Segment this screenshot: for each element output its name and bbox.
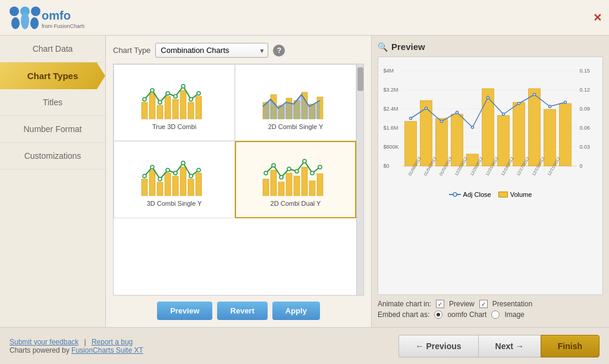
presentation-checkbox-label: Presentation bbox=[492, 300, 532, 308]
next-button[interactable]: Next → bbox=[478, 335, 541, 357]
logo: omfo from FusionCharts bbox=[7, 3, 84, 33]
preview-title: 🔍 Preview bbox=[378, 42, 603, 52]
finish-button[interactable]: Finish bbox=[541, 335, 599, 357]
svg-rect-88 bbox=[482, 89, 494, 166]
chart-item-2d-combi-single-y[interactable]: 2D Combi Single Y bbox=[235, 64, 356, 141]
previous-button[interactable]: ← Previous bbox=[398, 335, 478, 357]
chart-type-select[interactable]: Combination Charts bbox=[155, 43, 268, 58]
svg-rect-93 bbox=[560, 103, 572, 166]
main-area: Chart Data Chart Types Titles Number For… bbox=[0, 36, 609, 327]
svg-rect-36 bbox=[165, 173, 171, 196]
chart-grid: True 3D Combi bbox=[114, 64, 356, 295]
preview-title-text: Preview bbox=[391, 42, 425, 52]
chart-type-row: Chart Type Combination Charts ▼ ? bbox=[113, 43, 364, 58]
bug-link[interactable]: Report a bug bbox=[92, 338, 133, 346]
sidebar-item-customizations[interactable]: Customizations bbox=[0, 143, 105, 170]
svg-text:0.12: 0.12 bbox=[580, 87, 591, 93]
presentation-checkbox[interactable]: ✓ bbox=[479, 300, 488, 308]
help-button[interactable]: ? bbox=[273, 45, 285, 57]
bottom-buttons: Preview Revert Apply bbox=[113, 302, 364, 320]
feedback-link[interactable]: Submit your feedback bbox=[10, 338, 79, 346]
chart-thumb-svg-3d-single bbox=[139, 152, 210, 200]
svg-text:$0: $0 bbox=[384, 163, 390, 169]
svg-rect-91 bbox=[529, 89, 541, 166]
svg-point-95 bbox=[425, 107, 428, 109]
sidebar: Chart Data Chart Types Titles Number For… bbox=[0, 36, 106, 327]
volume-legend-label: Volume bbox=[510, 191, 532, 198]
sidebar-item-number-format[interactable]: Number Format bbox=[0, 116, 105, 143]
oomfo-radio-label: oomfo Chart bbox=[447, 310, 486, 319]
svg-rect-33 bbox=[142, 179, 147, 196]
chart-item-3d-combi-single-y[interactable]: 3D Combi Single Y bbox=[114, 141, 235, 218]
chart-grid-wrapper: True 3D Combi bbox=[113, 64, 364, 296]
chart-thumb-svg-2d-single bbox=[260, 76, 331, 123]
svg-point-94 bbox=[410, 117, 412, 120]
svg-rect-53 bbox=[294, 176, 300, 196]
scrollbar[interactable] bbox=[356, 64, 363, 295]
svg-point-96 bbox=[441, 120, 443, 123]
svg-text:0.15: 0.15 bbox=[580, 68, 591, 74]
preview-checkbox-label: Preview bbox=[449, 300, 475, 308]
svg-rect-54 bbox=[302, 167, 307, 196]
revert-button[interactable]: Revert bbox=[217, 302, 267, 320]
svg-point-45 bbox=[174, 171, 177, 175]
footer: Submit your feedback | Report a bug Char… bbox=[0, 327, 609, 364]
svg-rect-92 bbox=[544, 109, 556, 166]
sidebar-item-chart-types[interactable]: Chart Types bbox=[0, 62, 105, 89]
legend-item-volume: Volume bbox=[498, 191, 532, 198]
svg-rect-52 bbox=[286, 173, 292, 196]
svg-point-44 bbox=[166, 168, 169, 172]
close-button[interactable]: ✕ bbox=[593, 11, 602, 24]
svg-rect-39 bbox=[188, 179, 194, 196]
svg-text:$800K: $800K bbox=[384, 144, 399, 150]
svg-rect-89 bbox=[498, 115, 510, 166]
oomfo-radio[interactable] bbox=[434, 310, 442, 319]
svg-text:$2.4M: $2.4M bbox=[384, 106, 398, 112]
chart-item-2d-combi-dual-y[interactable]: 2D Combi Dual Y bbox=[235, 141, 356, 218]
adj-close-legend-label: Adj Close bbox=[463, 191, 491, 198]
svg-point-97 bbox=[456, 111, 459, 114]
preview-options: Animate chart in: ✓ Preview ✓ Presentati… bbox=[378, 300, 603, 321]
svg-rect-14 bbox=[188, 102, 194, 119]
svg-rect-85 bbox=[436, 118, 448, 166]
svg-point-19 bbox=[166, 92, 169, 95]
preview-checkbox[interactable]: ✓ bbox=[436, 300, 444, 308]
svg-point-102 bbox=[533, 93, 536, 96]
image-radio-label: Image bbox=[504, 310, 524, 319]
chart-label-2d-combi-single-y: 2D Combi Single Y bbox=[268, 123, 324, 130]
svg-point-61 bbox=[295, 170, 299, 173]
svg-point-23 bbox=[197, 92, 200, 95]
animate-label: Animate chart in: bbox=[378, 300, 431, 308]
svg-text:0.03: 0.03 bbox=[580, 144, 591, 150]
svg-point-98 bbox=[472, 126, 474, 128]
svg-rect-83 bbox=[405, 121, 417, 166]
svg-point-99 bbox=[487, 96, 489, 99]
embed-row: Embed chart as: oomfo Chart Image bbox=[378, 310, 603, 319]
chart-type-select-wrapper[interactable]: Combination Charts ▼ bbox=[155, 43, 268, 58]
embed-label: Embed chart as: bbox=[378, 310, 429, 319]
sidebar-item-titles[interactable]: Titles bbox=[0, 89, 105, 116]
svg-point-47 bbox=[189, 174, 193, 178]
chart-label-2d-combi-dual-y: 2D Combi Dual Y bbox=[271, 200, 321, 207]
svg-rect-9 bbox=[149, 93, 155, 119]
svg-rect-55 bbox=[309, 181, 315, 196]
svg-text:$1.6M: $1.6M bbox=[384, 125, 398, 131]
image-radio[interactable] bbox=[491, 310, 500, 319]
svg-point-4 bbox=[21, 12, 29, 29]
volume-legend-color bbox=[498, 192, 508, 197]
svg-point-104 bbox=[564, 101, 567, 103]
svg-rect-37 bbox=[172, 176, 178, 196]
chart-label-3d-combi-single-y: 3D Combi Single Y bbox=[147, 200, 202, 207]
chart-item-true-3d-combi[interactable]: True 3D Combi bbox=[114, 64, 235, 141]
fusionchart-link[interactable]: FusionCharts Suite XT bbox=[71, 346, 143, 354]
preview-button[interactable]: Preview bbox=[157, 302, 212, 320]
chart-label-true-3d-combi: True 3D Combi bbox=[152, 123, 196, 130]
scrollbar-thumb[interactable] bbox=[357, 67, 363, 91]
svg-point-43 bbox=[158, 177, 162, 181]
apply-button[interactable]: Apply bbox=[272, 302, 320, 320]
sidebar-item-chart-data[interactable]: Chart Data bbox=[0, 36, 105, 62]
preview-panel: 🔍 Preview $4M $3.2M $2.4M $1.6M $800K $0… bbox=[371, 36, 609, 327]
svg-point-60 bbox=[287, 167, 291, 171]
svg-point-3 bbox=[11, 17, 20, 29]
svg-rect-56 bbox=[317, 174, 323, 196]
